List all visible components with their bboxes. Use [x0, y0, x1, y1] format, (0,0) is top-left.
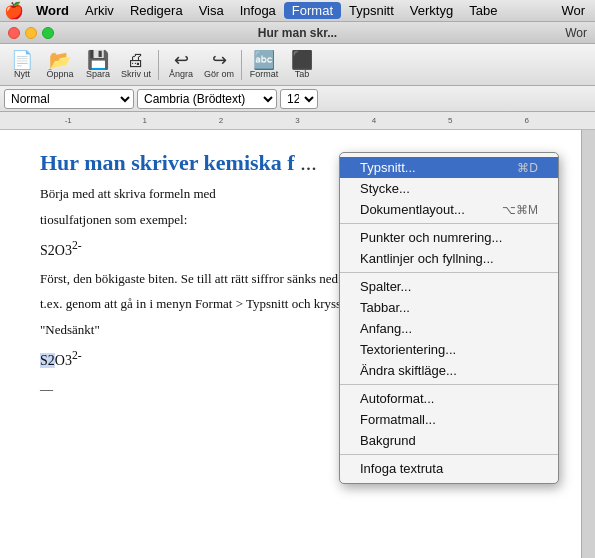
menu-item-punkter[interactable]: Punkter och numrering... — [340, 227, 558, 248]
menu-item-spalter-label: Spalter... — [360, 279, 411, 294]
menu-tabe[interactable]: Tabe — [461, 2, 505, 19]
menu-format[interactable]: Format — [284, 2, 341, 19]
window-title: Hur man skr... — [258, 26, 337, 40]
new-label: Nytt — [14, 69, 30, 79]
undo-label: Ångra — [169, 69, 193, 79]
tab-label: Tab — [295, 69, 310, 79]
menu-item-formatmall-label: Formatmall... — [360, 412, 436, 427]
size-selector[interactable]: 12 — [280, 89, 318, 109]
menu-item-punkter-label: Punkter och numrering... — [360, 230, 502, 245]
open-button[interactable]: 📂 Öppna — [42, 48, 78, 82]
save-icon: 💾 — [87, 51, 109, 69]
ruler-mark-3: 3 — [259, 116, 335, 125]
apple-menu[interactable]: 🍎 — [4, 1, 24, 20]
menu-item-typsnitt-shortcut: ⌘D — [517, 161, 538, 175]
menu-item-kantlinjer[interactable]: Kantlinjer och fyllning... — [340, 248, 558, 269]
traffic-lights — [8, 27, 54, 39]
new-button[interactable]: 📄 Nytt — [4, 48, 40, 82]
menu-item-dokumentlayout-label: Dokumentlayout... — [360, 202, 465, 217]
menu-typsnitt[interactable]: Typsnitt — [341, 2, 402, 19]
format-dropdown-menu[interactable]: Typsnitt... ⌘D Stycke... Dokumentlayout.… — [339, 152, 559, 484]
menu-visa[interactable]: Visa — [191, 2, 232, 19]
format-button[interactable]: 🔤 Format — [246, 48, 282, 82]
menu-item-dokumentlayout[interactable]: Dokumentlayout... ⌥⌘M — [340, 199, 558, 220]
font-selector[interactable]: Cambria (Brödtext) — [137, 89, 277, 109]
menu-bar: 🍎 Word Arkiv Redigera Visa Infoga Format… — [0, 0, 595, 22]
formula-2-highlight: S2 — [40, 353, 55, 368]
format-bar: Normal Cambria (Brödtext) 12 — [0, 86, 595, 112]
menu-item-anfang[interactable]: Anfang... — [340, 318, 558, 339]
menu-item-textorientering[interactable]: Textorientering... — [340, 339, 558, 360]
menu-arkiv[interactable]: Arkiv — [77, 2, 122, 19]
menu-item-infoga-textruta[interactable]: Infoga textruta — [340, 458, 558, 479]
menu-item-kantlinjer-label: Kantlinjer och fyllning... — [360, 251, 494, 266]
menu-item-tabbar-label: Tabbar... — [360, 300, 410, 315]
redo-label: Gör om — [204, 69, 234, 79]
menubar-right-label: Wor — [555, 2, 591, 19]
toolbar-sep-1 — [158, 50, 159, 80]
menu-redigera[interactable]: Redigera — [122, 2, 191, 19]
minimize-button[interactable] — [25, 27, 37, 39]
title-bar: Hur man skr... Wor — [0, 22, 595, 44]
format-label: Format — [250, 69, 279, 79]
menu-sep-2 — [340, 272, 558, 273]
formula-2-superscript: 2- — [72, 349, 82, 362]
menu-item-stycke-label: Stycke... — [360, 181, 410, 196]
menu-sep-4 — [340, 454, 558, 455]
menu-item-autoformat[interactable]: Autoformat... — [340, 388, 558, 409]
menu-item-stycke[interactable]: Stycke... — [340, 178, 558, 199]
menu-item-infoga-label: Infoga textruta — [360, 461, 443, 476]
menu-sep-3 — [340, 384, 558, 385]
tab-icon: ⬛ — [291, 51, 313, 69]
right-sidebar — [581, 130, 595, 558]
doc-title-suffix: ... — [300, 150, 317, 175]
menu-verktyg[interactable]: Verktyg — [402, 2, 461, 19]
ruler-mark-4: 4 — [336, 116, 412, 125]
ruler-mark-2: 2 — [183, 116, 259, 125]
menu-word[interactable]: Word — [28, 2, 77, 19]
tab-button[interactable]: ⬛ Tab — [284, 48, 320, 82]
menu-item-autoformat-label: Autoformat... — [360, 391, 434, 406]
redo-button[interactable]: ↪ Gör om — [201, 48, 237, 82]
menu-item-typsnitt-label: Typsnitt... — [360, 160, 416, 175]
menu-item-anfang-label: Anfang... — [360, 321, 412, 336]
open-label: Öppna — [46, 69, 73, 79]
new-icon: 📄 — [11, 51, 33, 69]
undo-button[interactable]: ↩ Ångra — [163, 48, 199, 82]
print-label: Skriv ut — [121, 69, 151, 79]
toolbar-sep-2 — [241, 50, 242, 80]
menu-item-bakgrund-label: Bakgrund — [360, 433, 416, 448]
menu-item-bakgrund[interactable]: Bakgrund — [340, 430, 558, 451]
save-label: Spara — [86, 69, 110, 79]
ruler-mark-6: 6 — [489, 116, 565, 125]
doc-title-text: Hur man skriver kemiska f — [40, 150, 295, 175]
ruler: -1 1 2 3 4 5 6 — [0, 112, 595, 130]
ruler-marks: -1 1 2 3 4 5 6 — [30, 116, 565, 125]
menu-infoga[interactable]: Infoga — [232, 2, 284, 19]
undo-icon: ↩ — [174, 51, 189, 69]
format-icon: 🔤 — [253, 51, 275, 69]
formula-1-superscript: 2- — [72, 239, 82, 252]
menu-item-dokumentlayout-shortcut: ⌥⌘M — [502, 203, 538, 217]
menu-sep-1 — [340, 223, 558, 224]
doc-para-1-text: Börja med att skriva formeln med — [40, 186, 216, 201]
doc-para-2-text: tiosulfatjonen som exempel: — [40, 212, 187, 227]
menu-item-tabbar[interactable]: Tabbar... — [340, 297, 558, 318]
ruler-mark-5: 5 — [412, 116, 488, 125]
style-selector[interactable]: Normal — [4, 89, 134, 109]
document-area: Hur man skriver kemiska f ... Börja med … — [0, 130, 595, 558]
menu-item-typsnitt[interactable]: Typsnitt... ⌘D — [340, 157, 558, 178]
word-label-right: Wor — [565, 26, 587, 40]
save-button[interactable]: 💾 Spara — [80, 48, 116, 82]
redo-icon: ↪ — [212, 51, 227, 69]
open-icon: 📂 — [49, 51, 71, 69]
ruler-mark-1: 1 — [106, 116, 182, 125]
menu-item-andra-label: Ändra skiftläge... — [360, 363, 457, 378]
close-button[interactable] — [8, 27, 20, 39]
print-button[interactable]: 🖨 Skriv ut — [118, 48, 154, 82]
menu-item-andra-skiftlage[interactable]: Ändra skiftläge... — [340, 360, 558, 381]
maximize-button[interactable] — [42, 27, 54, 39]
menu-item-spalter[interactable]: Spalter... — [340, 276, 558, 297]
toolbar: 📄 Nytt 📂 Öppna 💾 Spara 🖨 Skriv ut ↩ Ångr… — [0, 44, 595, 86]
menu-item-formatmall[interactable]: Formatmall... — [340, 409, 558, 430]
